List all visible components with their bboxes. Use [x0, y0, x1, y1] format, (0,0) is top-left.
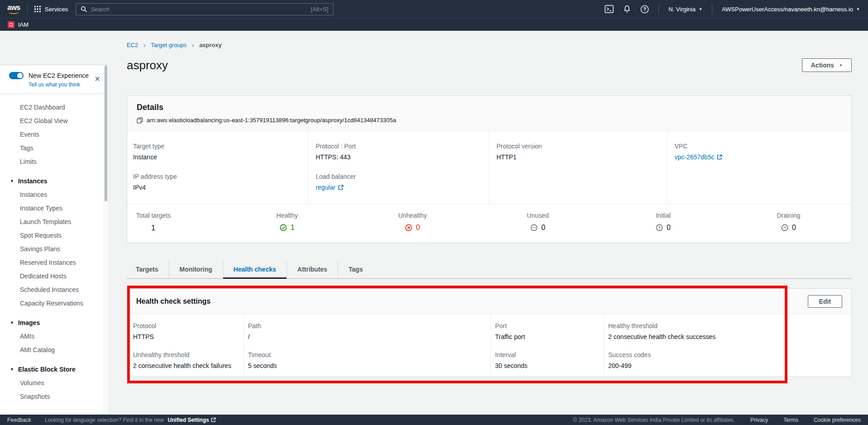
- page-title: asproxy: [127, 58, 168, 72]
- top-navigation-bar: aws Services [Alt+S]: [0, 0, 868, 18]
- field-target-type: Target type Instance: [133, 143, 299, 161]
- field-path: Path /: [248, 322, 486, 340]
- sidebar-item-instance-types[interactable]: Instance Types: [0, 201, 108, 215]
- sidebar-item-spot-requests[interactable]: Spot Requests: [0, 229, 108, 242]
- cloudshell-icon[interactable]: [605, 5, 614, 13]
- sidebar-item-ec2-global-view[interactable]: EC2 Global View: [0, 114, 108, 128]
- account-menu[interactable]: AWSPowerUserAccess/navaneeth.kn@harness.…: [722, 6, 860, 13]
- field-port: Port Traffic port: [495, 322, 599, 340]
- stat-unhealthy: Unhealthy 0: [350, 212, 475, 233]
- field-protocol-version: Protocol version HTTP1: [496, 143, 658, 161]
- divider: [27, 4, 28, 14]
- sidebar-section-instances[interactable]: ▼ Instances: [0, 174, 108, 188]
- healthy-check-circle-icon: [280, 224, 287, 231]
- stat-total-targets: Total targets 1: [127, 212, 224, 233]
- edit-button[interactable]: Edit: [808, 295, 842, 308]
- chevron-right-icon: ›: [191, 43, 194, 48]
- breadcrumb-target-groups[interactable]: Target groups: [151, 42, 187, 48]
- sidebar-nav: EC2 Dashboard EC2 Global View Events Tag…: [0, 94, 108, 412]
- sidebar-section-elastic-block-store[interactable]: ▼ Elastic Block Store: [0, 363, 108, 376]
- field-vpc: VPC vpc-2657db5c: [675, 143, 842, 161]
- main-content: EC2 › Target groups › asproxy asproxy Ac…: [108, 31, 868, 415]
- sidebar-item-ami-catalog[interactable]: AMI Catalog: [0, 343, 108, 357]
- services-label: Services: [45, 6, 68, 13]
- services-menu-button[interactable]: Services: [34, 6, 68, 13]
- unified-settings-link[interactable]: Unified Settings: [168, 417, 216, 423]
- sidebar: New EC2 Experience Tell us what you thin…: [0, 31, 108, 415]
- field-interval: Interval 30 seconds: [495, 351, 599, 369]
- field-load-balancer: Load balancer regular: [316, 173, 480, 191]
- search-input[interactable]: [91, 6, 307, 13]
- tab-tags[interactable]: Tags: [338, 261, 373, 278]
- stat-unused: Unused 0: [475, 212, 601, 233]
- sidebar-item-limits[interactable]: Limits: [0, 155, 108, 168]
- sidebar-item-instances[interactable]: Instances: [0, 188, 108, 201]
- tell-us-link[interactable]: Tell us what you think: [29, 81, 80, 88]
- tab-targets[interactable]: Targets: [127, 261, 169, 278]
- aws-logo[interactable]: aws: [7, 5, 20, 14]
- sidebar-item-events[interactable]: Events: [0, 128, 108, 141]
- load-balancer-link[interactable]: regular: [316, 184, 336, 191]
- field-timeout: Timeout 5 seconds: [248, 351, 486, 369]
- new-experience-banner: New EC2 Experience Tell us what you thin…: [0, 65, 108, 94]
- sidebar-item-capacity-reservations[interactable]: Capacity Reservations: [0, 296, 108, 310]
- unhealthy-x-circle-icon: [405, 224, 412, 231]
- footer: Feedback Looking for language selection?…: [0, 415, 868, 425]
- health-check-settings-card: Health check settings Edit Protocol HTTP…: [127, 288, 852, 377]
- sidebar-item-launch-templates[interactable]: Launch Templates: [0, 215, 108, 229]
- svg-text:?: ?: [643, 6, 646, 12]
- field-success-codes: Success codes 200-499: [608, 351, 847, 369]
- app-grid-icon: [34, 6, 41, 12]
- sidebar-item-amis[interactable]: AMIs: [0, 329, 108, 343]
- scrollbar-thumb[interactable]: [105, 66, 107, 201]
- stat-initial: Initial 0: [601, 212, 726, 233]
- search-box[interactable]: [Alt+S]: [76, 3, 334, 15]
- copyright-text: © 2023, Amazon Web Services India Privat…: [573, 417, 735, 423]
- language-banner: Looking for language selection? Find it …: [45, 417, 216, 423]
- tab-bar: Targets Monitoring Health checks Attribu…: [127, 261, 852, 279]
- privacy-link[interactable]: Privacy: [750, 417, 768, 423]
- sidebar-section-images[interactable]: ▼ Images: [0, 316, 108, 329]
- region-selector[interactable]: N. Virginia ▼: [668, 6, 702, 13]
- sidebar-item-ec2-dashboard[interactable]: EC2 Dashboard: [0, 100, 108, 114]
- health-check-settings-title: Health check settings: [136, 297, 211, 306]
- sidebar-item-volumes[interactable]: Volumes: [0, 376, 108, 390]
- vpc-link[interactable]: vpc-2657db5c: [675, 153, 715, 161]
- tab-monitoring[interactable]: Monitoring: [169, 261, 223, 278]
- target-group-arn: arn:aws:elasticloadbalancing:us-east-1:3…: [147, 117, 396, 124]
- external-link-icon: [717, 154, 722, 160]
- details-card: Details arn:aws:elasticloadbalancing:us-…: [127, 96, 852, 243]
- initial-clock-circle-icon: [656, 224, 663, 231]
- breadcrumb-current: asproxy: [199, 42, 222, 48]
- sidebar-item-tags[interactable]: Tags: [0, 141, 108, 155]
- chevron-down-icon: ▼: [10, 179, 14, 183]
- sidebar-scrollbar: [104, 65, 108, 415]
- external-link-icon: [338, 185, 343, 190]
- terms-link[interactable]: Terms: [783, 417, 798, 423]
- field-healthy-threshold: Healthy threshold 2 consecutive health c…: [608, 322, 847, 340]
- notifications-bell-icon[interactable]: [623, 5, 631, 13]
- field-unhealthy-threshold: Unhealthy threshold 2 consecutive health…: [133, 351, 239, 369]
- external-link-icon: [211, 417, 216, 422]
- divider: [658, 4, 659, 14]
- tab-health-checks[interactable]: Health checks: [223, 261, 287, 278]
- unused-ellipsis-circle-icon: [530, 224, 538, 231]
- sidebar-item-snapshots[interactable]: Snapshots: [0, 390, 108, 403]
- cookie-preferences-link[interactable]: Cookie preferences: [814, 417, 861, 423]
- close-icon[interactable]: ✕: [95, 75, 100, 83]
- help-icon[interactable]: ?: [640, 5, 649, 14]
- breadcrumb-ec2[interactable]: EC2: [127, 42, 138, 48]
- recent-services-bar: IAM: [0, 18, 868, 31]
- actions-button[interactable]: Actions ▼: [802, 58, 852, 72]
- iam-shortcut[interactable]: IAM: [18, 21, 29, 28]
- sidebar-item-scheduled-instances[interactable]: Scheduled Instances: [0, 283, 108, 296]
- sidebar-item-reserved-instances[interactable]: Reserved Instances: [0, 256, 108, 269]
- stat-healthy: Healthy 1: [224, 212, 350, 233]
- sidebar-item-dedicated-hosts[interactable]: Dedicated Hosts: [0, 269, 108, 283]
- tab-attributes[interactable]: Attributes: [287, 261, 338, 278]
- feedback-link[interactable]: Feedback: [7, 417, 31, 423]
- chevron-down-icon: ▼: [10, 321, 14, 325]
- new-experience-toggle[interactable]: [9, 72, 24, 79]
- copy-icon[interactable]: [137, 117, 143, 124]
- sidebar-item-savings-plans[interactable]: Savings Plans: [0, 242, 108, 256]
